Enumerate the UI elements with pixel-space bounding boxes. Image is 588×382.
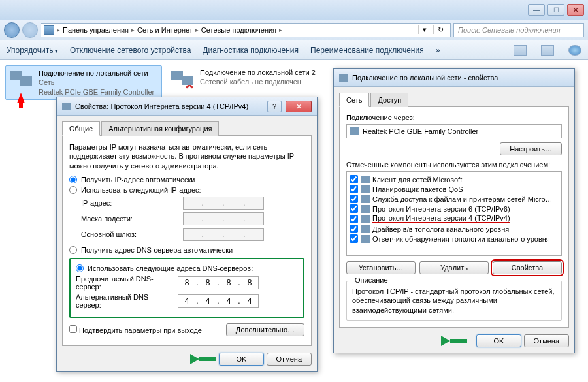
mask-input: ...: [183, 212, 264, 225]
network-icon: [170, 68, 196, 91]
component-checkbox[interactable]: [350, 195, 358, 203]
gateway-label: Основной шлюз:: [81, 231, 179, 238]
properties-button[interactable]: Свойства: [493, 261, 562, 274]
component-icon: [361, 176, 370, 183]
connection-title: Подключение по локальной сети: [39, 69, 154, 78]
window-titlebar: — ☐ ✕: [0, 0, 588, 20]
desc-text: Протокол TCP/IP - стандартный протокол г…: [352, 287, 556, 315]
folder-icon: [44, 25, 54, 35]
component-icon: [361, 195, 370, 203]
close-button[interactable]: ✕: [286, 101, 312, 112]
components-label: Отмеченные компоненты используются этим …: [346, 161, 562, 168]
list-item[interactable]: Планировщик пакетов QoS: [350, 184, 559, 194]
connection-item-lan2[interactable]: Подключение по локальной сети 2 Сетевой …: [167, 65, 324, 100]
tab-alt-config[interactable]: Альтернативная конфигурация: [101, 121, 219, 136]
manual-dns-radio[interactable]: [76, 264, 84, 272]
tab-access[interactable]: Доступ: [370, 93, 408, 107]
back-button[interactable]: [4, 22, 20, 38]
rename-button[interactable]: Переименование подключения: [310, 46, 424, 55]
crumb-network-connections[interactable]: Сетевые подключения: [201, 26, 276, 34]
connection-item-lan1[interactable]: Подключение по локальной сети Сеть Realt…: [5, 65, 162, 100]
forward-button[interactable]: [22, 22, 38, 38]
component-icon: [361, 185, 370, 193]
help-button[interactable]: ?: [267, 101, 282, 112]
ok-button[interactable]: OK: [476, 334, 522, 347]
tabs: Сеть Доступ: [339, 92, 569, 107]
adapter-name: Realtek PCIe GBE Family Controller: [363, 127, 478, 135]
connect-via-label: Подключение через:: [346, 114, 562, 121]
auto-ip-radio[interactable]: [69, 176, 77, 183]
connection-adapter: Realtek PCIe GBE Family Controller: [39, 88, 154, 97]
list-item[interactable]: Драйвер в/в тополога канального уровня: [350, 224, 559, 234]
auto-dns-radio[interactable]: [69, 246, 77, 254]
connection-properties-dialog: Подключение по локальной сети - свойства…: [333, 68, 575, 353]
component-checkbox[interactable]: [350, 234, 358, 243]
connection-status: Сеть: [39, 78, 154, 87]
annotation-arrow-red: [13, 93, 29, 106]
pref-dns-input[interactable]: 8.8.8.8: [178, 276, 259, 289]
component-icon: [361, 235, 370, 243]
mask-label: Маска подсети:: [81, 215, 179, 223]
adapter-field: Realtek PCIe GBE Family Controller: [346, 124, 562, 138]
diagnose-button[interactable]: Диагностика подключения: [203, 46, 299, 55]
component-checkbox[interactable]: [350, 204, 358, 213]
manual-ip-label: Использовать следующий IP-адрес:: [81, 186, 201, 194]
dns-group-highlight: Использовать следующие адреса DNS-сервер…: [69, 258, 304, 318]
connection-title: Подключение по локальной сети 2: [200, 68, 316, 77]
crumb-network-internet[interactable]: Сеть и Интернет: [137, 26, 193, 34]
ip-input: ...: [183, 197, 264, 210]
ip-label: IP-адрес:: [81, 199, 179, 207]
annotation-arrow-green: [173, 354, 199, 364]
component-icon: [361, 225, 370, 233]
alt-dns-label: Альтернативный DNS-сервер:: [76, 293, 174, 309]
annotation-arrow-green: [424, 336, 450, 346]
component-icon: [361, 205, 370, 213]
help-button[interactable]: [568, 45, 581, 56]
view-options-button[interactable]: [514, 45, 527, 56]
ipv4-properties-dialog: Свойства: Протокол Интернета версии 4 (T…: [56, 97, 318, 372]
preview-pane-button[interactable]: [541, 45, 554, 56]
ipv4-component-highlighted: Протокол Интернета версии 4 (TCP/IPv4): [372, 214, 510, 223]
list-item[interactable]: Клиент для сетей Microsoft: [350, 174, 559, 184]
list-item[interactable]: Служба доступа к файлам и принтерам сете…: [350, 194, 559, 204]
component-checkbox[interactable]: [350, 185, 358, 193]
organize-menu[interactable]: Упорядочить: [7, 46, 58, 55]
cancel-button[interactable]: Отмена: [524, 334, 569, 347]
connection-status: Сетевой кабель не подключен: [200, 77, 316, 86]
minimize-button[interactable]: —: [528, 4, 545, 16]
address-bar: ▸ Панель управления ▸ Сеть и Интернет ▸ …: [0, 20, 588, 40]
list-item[interactable]: Протокол Интернета версии 6 (TCP/IPv6): [350, 204, 559, 214]
component-icon: [361, 215, 370, 223]
maximize-button[interactable]: ☐: [547, 4, 564, 16]
component-checkbox[interactable]: [350, 215, 358, 223]
description-group: Описание Протокол TCP/IP - стандартный п…: [346, 281, 562, 321]
list-item[interactable]: Протокол Интернета версии 4 (TCP/IPv4): [350, 214, 559, 224]
crumb-control-panel[interactable]: Панель управления: [63, 26, 129, 34]
search-input[interactable]: Поиск: Сетевые подключения: [453, 23, 584, 37]
confirm-exit-checkbox[interactable]: [69, 325, 77, 333]
disable-device-button[interactable]: Отключение сетевого устройства: [70, 46, 191, 55]
auto-ip-label: Получить IP-адрес автоматически: [81, 176, 195, 183]
alt-dns-input[interactable]: 4.4.4.4: [178, 294, 259, 308]
close-window-button[interactable]: ✕: [567, 4, 584, 16]
network-icon: [8, 69, 35, 92]
explorer-toolbar: Упорядочить Отключение сетевого устройст…: [0, 40, 588, 60]
dialog-icon: [339, 74, 348, 82]
breadcrumb[interactable]: ▸ Панель управления ▸ Сеть и Интернет ▸ …: [41, 23, 451, 37]
pref-dns-label: Предпочитаемый DNS-сервер:: [76, 275, 174, 291]
ok-button[interactable]: OK: [219, 353, 265, 366]
component-checkbox[interactable]: [350, 175, 358, 183]
configure-button[interactable]: Настроить…: [500, 142, 562, 155]
remove-button[interactable]: Удалить: [419, 261, 489, 274]
component-checkbox[interactable]: [350, 225, 358, 233]
manual-ip-radio[interactable]: [69, 186, 77, 194]
install-button[interactable]: Установить…: [346, 261, 416, 274]
cancel-button[interactable]: Отмена: [267, 353, 312, 366]
tab-network[interactable]: Сеть: [339, 93, 369, 107]
components-list[interactable]: Клиент для сетей Microsoft Планировщик п…: [346, 171, 562, 256]
list-item[interactable]: Ответчик обнаружения топологии канальног…: [350, 234, 559, 244]
desc-label: Описание: [352, 276, 391, 284]
gateway-input: ...: [183, 228, 264, 241]
advanced-button[interactable]: Дополнительно…: [226, 323, 304, 336]
tab-general[interactable]: Общие: [62, 121, 100, 136]
